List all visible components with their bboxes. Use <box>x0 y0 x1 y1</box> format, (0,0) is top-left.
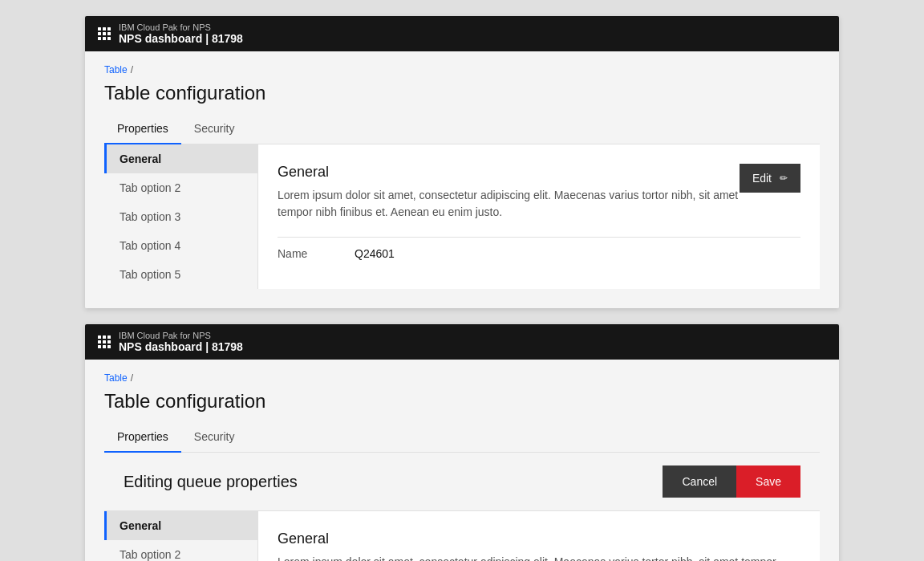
tabs-bar-2: Properties Security <box>104 422 820 453</box>
tab-security-2[interactable]: Security <box>181 422 248 453</box>
pencil-icon: ✏ <box>780 173 788 184</box>
tab-properties[interactable]: Properties <box>104 114 181 144</box>
action-buttons: Cancel Save <box>663 465 800 498</box>
name-value: Q24601 <box>355 247 395 260</box>
name-label: Name <box>278 247 342 260</box>
editing-title: Editing queue properties <box>124 473 298 491</box>
topbar-subtitle-2: IBM Cloud Pak for NPS <box>119 331 243 340</box>
breadcrumb-separator: / <box>131 64 133 75</box>
sidebar-item-tab4[interactable]: Tab option 4 <box>104 231 257 260</box>
panel-edit: IBM Cloud Pak for NPS NPS dashboard | 81… <box>85 324 839 561</box>
content-area: Table / Table configuration Properties S… <box>85 51 839 308</box>
section-title: General <box>278 164 740 181</box>
panel-view: IBM Cloud Pak for NPS NPS dashboard | 81… <box>85 16 839 308</box>
section-text: General Lorem ipsum dolor sit amet, cons… <box>278 164 740 237</box>
tab-properties-2[interactable]: Properties <box>104 422 181 453</box>
page-title-2: Table configuration <box>104 390 820 413</box>
sidebar-item-tab2[interactable]: Tab option 2 <box>104 173 257 202</box>
section-header: General Lorem ipsum dolor sit amet, cons… <box>278 164 800 237</box>
breadcrumb: Table / <box>104 64 820 75</box>
breadcrumb-2: Table / <box>104 372 820 384</box>
main-layout-2: General Tab option 2 Tab option 3 Tab op… <box>104 511 820 561</box>
tab-security[interactable]: Security <box>181 114 248 144</box>
sidebar-item-tab5[interactable]: Tab option 5 <box>104 260 257 289</box>
breadcrumb-link[interactable]: Table <box>104 64 128 75</box>
topbar-2: IBM Cloud Pak for NPS NPS dashboard | 81… <box>85 324 839 360</box>
grid-icon <box>98 27 111 40</box>
sidebar-item-tab2-2[interactable]: Tab option 2 <box>104 540 257 561</box>
section-content-2: General Lorem ipsum dolor sit amet, cons… <box>258 511 820 561</box>
sidebar-item-general-2[interactable]: General <box>104 511 257 540</box>
section-description-2: Lorem ipsum dolor sit amet, consectetur … <box>278 554 800 561</box>
section-title-2: General <box>278 531 800 547</box>
sidebar-item-tab3[interactable]: Tab option 3 <box>104 202 257 231</box>
main-layout: General Tab option 2 Tab option 3 Tab op… <box>104 144 820 289</box>
breadcrumb-separator-2: / <box>131 372 133 384</box>
save-button[interactable]: Save <box>736 465 800 498</box>
editing-header: Editing queue properties Cancel Save <box>104 453 820 511</box>
content-area-2: Table / Table configuration Properties S… <box>85 360 839 561</box>
sidebar: General Tab option 2 Tab option 3 Tab op… <box>104 144 258 289</box>
topbar: IBM Cloud Pak for NPS NPS dashboard | 81… <box>85 16 839 51</box>
cancel-button[interactable]: Cancel <box>663 465 736 498</box>
field-row-name: Name Q24601 <box>278 237 800 260</box>
sidebar-item-general[interactable]: General <box>104 144 257 173</box>
section-content: General Lorem ipsum dolor sit amet, cons… <box>258 144 820 289</box>
topbar-title: NPS dashboard | 81798 <box>119 32 243 45</box>
breadcrumb-link-2[interactable]: Table <box>104 372 128 384</box>
sidebar-2: General Tab option 2 Tab option 3 Tab op… <box>104 511 258 561</box>
topbar-title-2: NPS dashboard | 81798 <box>119 340 243 353</box>
topbar-text: IBM Cloud Pak for NPS NPS dashboard | 81… <box>119 22 243 45</box>
topbar-text-2: IBM Cloud Pak for NPS NPS dashboard | 81… <box>119 331 243 353</box>
page-title: Table configuration <box>104 82 820 104</box>
grid-icon-2 <box>98 335 111 348</box>
edit-button[interactable]: Edit ✏ <box>740 164 800 193</box>
topbar-subtitle: IBM Cloud Pak for NPS <box>119 22 243 32</box>
section-description: Lorem ipsum dolor sit amet, consectetur … <box>278 187 740 221</box>
tabs-bar: Properties Security <box>104 114 820 144</box>
